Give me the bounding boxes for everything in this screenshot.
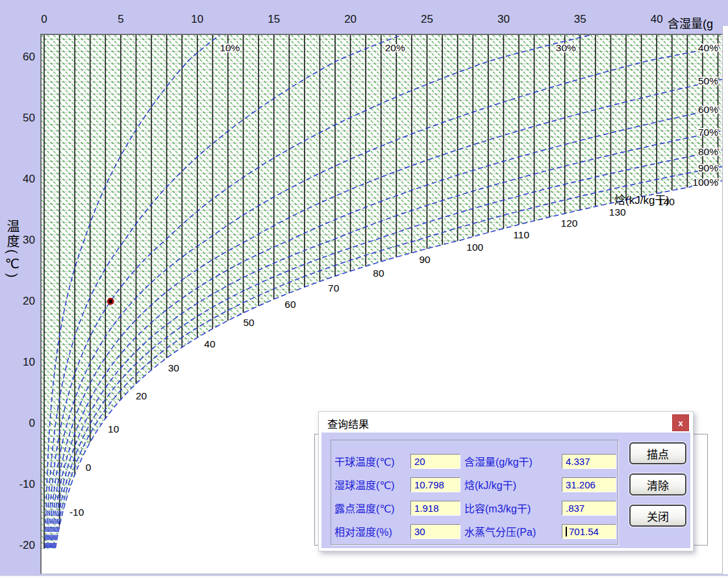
enthalpy-value--10: -10	[69, 507, 84, 518]
y-tick-50: 50	[5, 112, 35, 125]
y-tick-20: 20	[5, 295, 35, 308]
field-column-left: 干球温度(℃) 20 湿球温度(℃) 10.798 露点温度(℃) 1.918 …	[334, 449, 460, 543]
field-row: 露点温度(℃) 1.918	[334, 496, 460, 520]
enthalpy-value-10: 10	[108, 423, 119, 434]
enthalpy-value-120: 120	[561, 218, 578, 229]
rh-label-90: 90%	[698, 162, 718, 173]
close-icon[interactable]: x	[672, 414, 689, 431]
rh-label-40: 40%	[698, 42, 718, 53]
field-row: 焓(kJ/kg干) 31.206	[464, 473, 616, 496]
enthalpy-value-70: 70	[328, 283, 340, 294]
relative-humidity-field[interactable]: 30	[410, 524, 460, 539]
field-column-right: 含湿量(g/kg干) 4.337 焓(kJ/kg干) 31.206 比容(m3/…	[464, 449, 616, 543]
x-tick-35: 35	[568, 13, 592, 26]
x-tick-5: 5	[109, 13, 132, 26]
y-axis-title: 温度(℃)	[3, 220, 22, 279]
y-tick-0: 0	[5, 417, 35, 430]
x-tick-15: 15	[262, 13, 286, 26]
y-tick--20: -20	[5, 539, 35, 552]
humidity-ratio-field[interactable]: 4.337	[562, 454, 616, 469]
x-tick-25: 25	[416, 13, 439, 26]
enthalpy-value-0: 0	[86, 462, 92, 473]
rh-label-20: 20%	[385, 42, 405, 53]
x-tick-30: 30	[492, 13, 515, 26]
enthalpy-value-50: 50	[243, 317, 255, 328]
enthalpy-value-100: 100	[466, 242, 483, 253]
enthalpy-value-130: 130	[609, 207, 626, 218]
x-axis-title: 含湿量(g	[668, 14, 726, 31]
x-tick-0: 0	[32, 13, 56, 26]
dialog-body: 干球温度(℃) 20 湿球温度(℃) 10.798 露点温度(℃) 1.918 …	[321, 433, 690, 548]
field-row: 水蒸气分压(Pa) 701.54	[464, 520, 616, 543]
field-row: 湿球温度(℃) 10.798	[334, 473, 460, 496]
specific-volume-field[interactable]: .837	[562, 501, 616, 516]
humidity-ratio-label: 含湿量(g/kg干)	[464, 453, 562, 469]
wet-bulb-label: 湿球温度(℃)	[334, 477, 410, 492]
enthalpy-value-90: 90	[420, 254, 431, 265]
field-row: 干球温度(℃) 20	[334, 449, 460, 473]
rh-label-50: 50%	[698, 75, 718, 86]
x-tick-10: 10	[186, 13, 209, 26]
dialog-buttons: 描点 清除 关闭	[629, 442, 686, 536]
dialog-title: 查询结果	[327, 416, 369, 431]
enthalpy-value-110: 110	[513, 229, 529, 240]
rh-label-30: 30%	[556, 42, 576, 53]
enthalpy-value-60: 60	[284, 299, 296, 310]
y-tick--10: -10	[5, 478, 35, 491]
enthalpy-label: 焓(kJ/kg干)	[464, 477, 562, 492]
clear-button[interactable]: 清除	[629, 473, 686, 496]
wet-bulb-field[interactable]: 10.798	[410, 477, 460, 492]
field-row: 相对湿度(%) 30	[334, 520, 460, 543]
x-tick-40: 40	[645, 13, 668, 26]
plot-point-button[interactable]: 描点	[629, 442, 686, 464]
y-tick-60: 60	[5, 51, 35, 64]
enthalpy-value-30: 30	[168, 362, 180, 373]
dry-bulb-field[interactable]: 20	[410, 454, 460, 469]
rh-label-70: 70%	[698, 127, 718, 138]
enthalpy-axis-title: 焓(kJ/kg干)	[614, 191, 670, 207]
rh-label-80: 80%	[698, 146, 718, 157]
dialog-titlebar[interactable]: 查询结果 x	[319, 412, 693, 433]
close-button[interactable]: 关闭	[629, 505, 686, 527]
rh-label-10: 10%	[220, 42, 240, 53]
marked-point[interactable]	[108, 299, 113, 304]
x-tick-20: 20	[339, 13, 362, 26]
vapor-pressure-field[interactable]: 701.54	[562, 524, 616, 539]
dry-bulb-label: 干球温度(℃)	[334, 453, 410, 469]
y-tick-10: 10	[5, 356, 35, 369]
field-row: 含湿量(g/kg干) 4.337	[464, 449, 616, 473]
field-row: 比容(m3/kg干) .837	[464, 496, 616, 520]
vapor-pressure-label: 水蒸气分压(Pa)	[464, 523, 562, 539]
dew-point-field[interactable]: 1.918	[410, 501, 460, 516]
relative-humidity-label: 相对湿度(%)	[334, 523, 410, 539]
y-tick-40: 40	[5, 173, 35, 186]
rh-label-100: 100%	[692, 177, 718, 188]
result-groupbox: 干球温度(℃) 20 湿球温度(℃) 10.798 露点温度(℃) 1.918 …	[331, 440, 618, 545]
enthalpy-value-40: 40	[204, 338, 216, 349]
enthalpy-value-20: 20	[136, 390, 147, 401]
window-right-edge	[722, 26, 728, 574]
specific-volume-label: 比容(m3/kg干)	[464, 500, 562, 516]
text-caret	[566, 527, 567, 536]
rh-label-60: 60%	[698, 104, 718, 115]
enthalpy-field[interactable]: 31.206	[562, 477, 616, 492]
y-tick-30: 30	[5, 234, 35, 247]
enthalpy-value-80: 80	[373, 268, 384, 279]
dew-point-label: 露点温度(℃)	[334, 500, 410, 516]
query-result-dialog: 查询结果 x 干球温度(℃) 20 湿球温度(℃) 10.798 露点温度(℃)…	[318, 411, 694, 551]
window-bottom-edge	[0, 575, 728, 578]
